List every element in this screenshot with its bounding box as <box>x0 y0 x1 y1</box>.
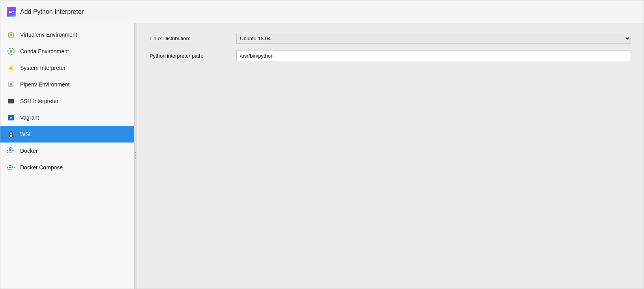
sidebar-item-wsl-label: WSL <box>20 131 32 137</box>
sidebar-item-ssh[interactable]: >_ SSH Interpreter <box>0 93 134 109</box>
svg-rect-32 <box>10 150 11 151</box>
sidebar-item-system-label: System Interpreter <box>20 65 66 71</box>
sidebar-item-vagrant[interactable]: V Vagrant <box>0 109 134 126</box>
sidebar-item-virtualenv[interactable]: Virtualenv Environment <box>0 26 134 43</box>
system-icon: P <box>7 64 15 72</box>
sidebar-item-virtualenv-label: Virtualenv Environment <box>20 32 77 38</box>
svg-text:P: P <box>10 67 12 69</box>
svg-rect-39 <box>10 167 11 168</box>
svg-rect-35 <box>10 147 11 148</box>
svg-rect-43 <box>8 169 12 170</box>
sidebar-item-docker[interactable]: Docker <box>0 143 134 159</box>
svg-text:>_: >_ <box>9 100 13 103</box>
app-icon: PC <box>7 7 16 17</box>
svg-point-28 <box>11 133 12 133</box>
wsl-icon <box>7 130 15 139</box>
svg-point-5 <box>10 34 12 36</box>
window-title: Add Python Interpreter <box>20 8 84 15</box>
svg-rect-41 <box>10 165 11 166</box>
sidebar-item-ssh-label: SSH Interpreter <box>20 98 58 104</box>
svg-rect-31 <box>9 150 10 151</box>
docker-icon <box>7 146 15 155</box>
sidebar-item-system[interactable]: P System Interpreter <box>0 60 134 76</box>
sidebar: Virtualenv Environment Conda Environment <box>0 23 135 289</box>
svg-text:V: V <box>10 116 12 120</box>
virtualenv-icon <box>7 30 15 39</box>
sidebar-item-conda[interactable]: Conda Environment <box>0 43 134 60</box>
title-bar: PC Add Python Interpreter <box>0 0 644 23</box>
svg-rect-38 <box>9 167 10 168</box>
svg-rect-37 <box>7 167 8 168</box>
sidebar-item-pipenv-label: Pipenv Environment <box>20 81 69 88</box>
svg-rect-44 <box>9 171 12 171</box>
resize-dots <box>135 152 136 160</box>
svg-rect-34 <box>10 148 11 150</box>
sidebar-item-conda-label: Conda Environment <box>20 48 69 54</box>
add-python-interpreter-window: PC Add Python Interpreter Virtualenv Env… <box>0 0 644 289</box>
svg-point-7 <box>10 50 12 53</box>
linux-distribution-select[interactable]: Ubuntu 18.04 <box>236 33 631 44</box>
svg-point-27 <box>10 133 11 133</box>
docker-compose-icon <box>7 163 15 172</box>
vagrant-icon: V <box>7 113 15 122</box>
linux-distribution-row: Linux Distribution: Ubuntu 18.04 <box>150 33 631 44</box>
python-interpreter-path-label: Python interpreter path: <box>150 53 236 59</box>
sidebar-item-docker-compose-label: Docker Compose <box>20 164 63 171</box>
ssh-icon: >_ <box>7 97 15 105</box>
content-area: Virtualenv Environment Conda Environment <box>0 23 644 289</box>
svg-rect-40 <box>9 165 10 166</box>
sidebar-item-docker-compose[interactable]: Docker Compose <box>0 159 134 176</box>
linux-distribution-label: Linux Distribution: <box>150 36 236 41</box>
svg-rect-30 <box>7 150 8 151</box>
svg-point-29 <box>11 134 11 135</box>
python-interpreter-path-input[interactable] <box>236 50 631 61</box>
conda-icon <box>7 47 15 56</box>
sidebar-item-pipenv[interactable]: Pipenv Environment <box>0 76 134 93</box>
svg-rect-33 <box>9 148 10 150</box>
sidebar-item-vagrant-label: Vagrant <box>20 114 39 121</box>
sidebar-item-wsl[interactable]: WSL <box>0 126 134 143</box>
pipenv-icon <box>7 80 15 89</box>
svg-text:PC: PC <box>9 10 14 14</box>
python-interpreter-path-row: Python interpreter path: <box>150 50 631 61</box>
main-panel: Linux Distribution: Ubuntu 18.04 Python … <box>137 23 644 289</box>
sidebar-item-docker-label: Docker <box>20 148 37 154</box>
